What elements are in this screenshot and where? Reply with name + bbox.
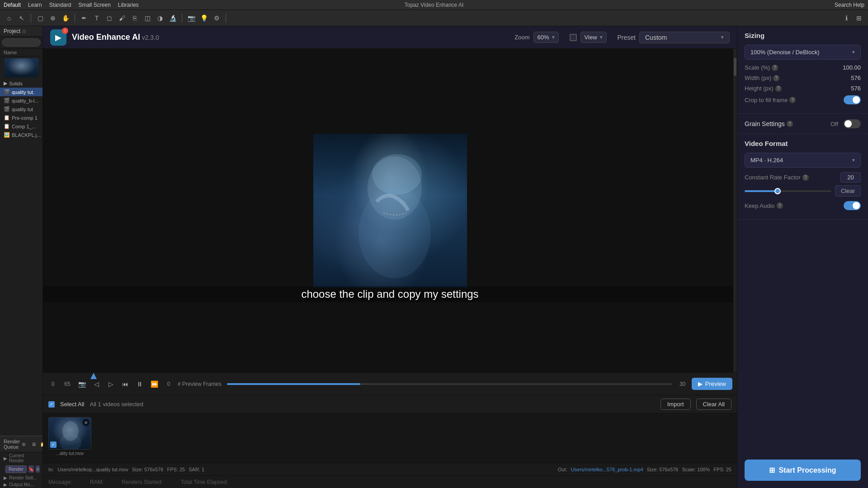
right-panel: Sizing 100% (Denoise / DeBlock) ▾ Scale … [737, 26, 868, 488]
brush-tool-icon[interactable]: 🖌 [117, 13, 127, 23]
video-list-item[interactable]: ✓ ✕ ...ality tut.mov [48, 417, 91, 459]
height-label: Height (px) ? [745, 85, 782, 92]
height-help-icon[interactable]: ? [775, 85, 782, 92]
render-button[interactable]: Render [5, 465, 27, 473]
preset-dropdown[interactable]: Custom ▾ [639, 32, 730, 43]
videos-selected-count: All 1 videos selected [90, 401, 143, 408]
sizing-section: Sizing 100% (Denoise / DeBlock) ▾ Scale … [737, 26, 868, 114]
menu-search-help[interactable]: Search Help [835, 2, 864, 8]
width-help-icon[interactable]: ? [773, 75, 779, 81]
render-settings-item[interactable]: ▶ Render Sett... [0, 474, 42, 481]
render-settings-icon[interactable]: ⚙ [36, 465, 40, 473]
select-tool-icon[interactable]: ▢ [35, 13, 46, 23]
start-processing-button[interactable]: ⊞ Start Processing [745, 460, 861, 481]
prev-frame-icon[interactable]: ◁ [91, 379, 102, 389]
crop-toggle[interactable] [844, 95, 861, 104]
hand-tool-icon[interactable]: ✋ [60, 13, 71, 23]
view-dropdown[interactable]: View ▾ [580, 32, 607, 43]
zoom-tool-icon[interactable]: ⊕ [47, 13, 58, 23]
select-all-label[interactable]: Select All [60, 401, 84, 408]
scale-percent-row: Scale (%) ? 100.00 [745, 64, 861, 71]
info-icon[interactable]: ℹ [841, 13, 852, 23]
crf-value[interactable]: 20 [840, 172, 861, 183]
out-file-path[interactable]: Users/mirtelko...576_prob-1.mp4 [571, 467, 643, 472]
grid-icon[interactable]: ⊞ [854, 13, 864, 23]
start-processing-icon: ⊞ [769, 466, 775, 474]
rq-icon-1[interactable]: ⊕ [20, 441, 27, 448]
project-item-quality-b[interactable]: 🎬 quality_b-l... [0, 96, 42, 105]
adjust-tool-icon[interactable]: ⚙ [211, 13, 222, 23]
shape-tool-icon[interactable]: ◻ [104, 13, 115, 23]
output-module-item[interactable]: ▶ Output Mo... [0, 481, 42, 488]
eyedropper-tool-icon[interactable]: 🔬 [167, 13, 178, 23]
view-checkbox[interactable] [570, 34, 577, 41]
project-item-comp1[interactable]: 📋 Comp 1_... [0, 122, 42, 131]
project-menu-icon[interactable]: ☰ [22, 29, 26, 34]
grain-toggle[interactable] [844, 119, 861, 128]
video-item-delete-icon[interactable]: ✕ [82, 419, 90, 426]
pen-tool-icon[interactable]: ✒ [79, 13, 90, 23]
out-label: Out: [558, 467, 567, 472]
move-tool-icon[interactable]: ↖ [16, 13, 27, 23]
light-tool-icon[interactable]: 💡 [198, 13, 209, 23]
timeline-track[interactable] [227, 383, 672, 385]
video-item-checkbox[interactable]: ✓ [50, 441, 57, 448]
camera-capture-icon[interactable]: 📷 [76, 379, 87, 389]
project-item-quality-tut-2[interactable]: 🎬 quality tut [0, 105, 42, 113]
project-item-quality-tut[interactable]: 🎬 quality tut. [0, 88, 42, 96]
project-item-precomp1[interactable]: 📋 Pre-comp 1 [0, 113, 42, 122]
scale-dropdown[interactable]: 100% (Denoise / DeBlock) ▾ [745, 45, 861, 60]
grain-help-icon[interactable]: ? [787, 121, 793, 127]
menu-learn[interactable]: Learn [28, 2, 42, 8]
menu-libraries[interactable]: Libraries [118, 2, 139, 8]
renders-started-status: Renders Started: [122, 479, 163, 485]
crop-label: Crop to fill frame ? [745, 97, 796, 103]
menu-standard[interactable]: Standard [49, 2, 71, 8]
center-area: ▶ ! Video Enhance AI v2.3.0 Zoom 60% ▾ [43, 26, 737, 488]
render-pause-icon[interactable]: 🔖 [28, 465, 34, 473]
home-icon[interactable]: ⌂ [4, 13, 14, 23]
height-value: 576 [851, 85, 861, 92]
project-search-input[interactable] [2, 38, 41, 47]
format-dropdown[interactable]: MP4 · H.264 ▾ [745, 153, 861, 168]
eraser-tool-icon[interactable]: ◫ [142, 13, 153, 23]
next-frame-icon[interactable]: ▷ [105, 379, 116, 389]
crop-help-icon[interactable]: ? [789, 97, 796, 103]
render-queue-header[interactable]: Render Queue ⊕ 🖥 📁 [0, 436, 42, 452]
keep-audio-help-icon[interactable]: ? [777, 202, 783, 209]
crf-help-icon[interactable]: ? [802, 174, 809, 181]
camera-tool-icon[interactable]: 📷 [186, 13, 197, 23]
view-chevron-icon: ▾ [600, 34, 603, 40]
menu-small-screen[interactable]: Small Screen [78, 2, 110, 8]
crf-slider[interactable] [745, 190, 831, 192]
menu-default[interactable]: Default [4, 2, 21, 8]
pause-icon[interactable]: ⏸ [134, 379, 145, 389]
select-all-checkbox[interactable]: ✓ [48, 401, 55, 408]
import-button[interactable]: Import [660, 399, 691, 410]
clone-tool-icon[interactable]: ⎘ [129, 13, 140, 23]
grain-label: Grain Settings ? [745, 120, 793, 127]
video-frame [313, 134, 467, 287]
zoom-dropdown[interactable]: 60% ▾ [533, 32, 559, 43]
skip-back-icon[interactable]: ⏮ [120, 379, 131, 389]
scale-help-icon[interactable]: ? [772, 65, 778, 71]
text-tool-icon[interactable]: T [91, 13, 102, 23]
menu-bar: Default Learn Standard Small Screen Libr… [0, 0, 868, 10]
clear-all-button[interactable]: Clear All [696, 399, 731, 410]
timeline-end-time: 30 [677, 381, 688, 387]
keep-audio-toggle[interactable] [844, 201, 861, 210]
project-item-blackpl[interactable]: 🖼️ BLACKPL.j... [0, 131, 42, 139]
app-header: ▶ ! Video Enhance AI v2.3.0 Zoom 60% ▾ [43, 26, 737, 49]
preview-button[interactable]: ▶ Preview [692, 378, 732, 390]
project-item-solids[interactable]: ▶ Solids [0, 79, 42, 88]
play-forward-icon[interactable]: ⏩ [149, 379, 160, 389]
scroll-indicator[interactable] [733, 49, 737, 372]
current-render-item[interactable]: ▶ Current Render [0, 452, 42, 464]
rq-icon-2[interactable]: 🖥 [30, 441, 37, 448]
renders-started-label: Renders Started: [122, 479, 163, 485]
clear-button[interactable]: Clear [835, 185, 861, 197]
gradient-tool-icon[interactable]: ◑ [155, 13, 165, 23]
comp-icon-2: 📋 [4, 123, 10, 129]
sizing-title: Sizing [745, 32, 861, 39]
timeline-fill [227, 383, 360, 385]
